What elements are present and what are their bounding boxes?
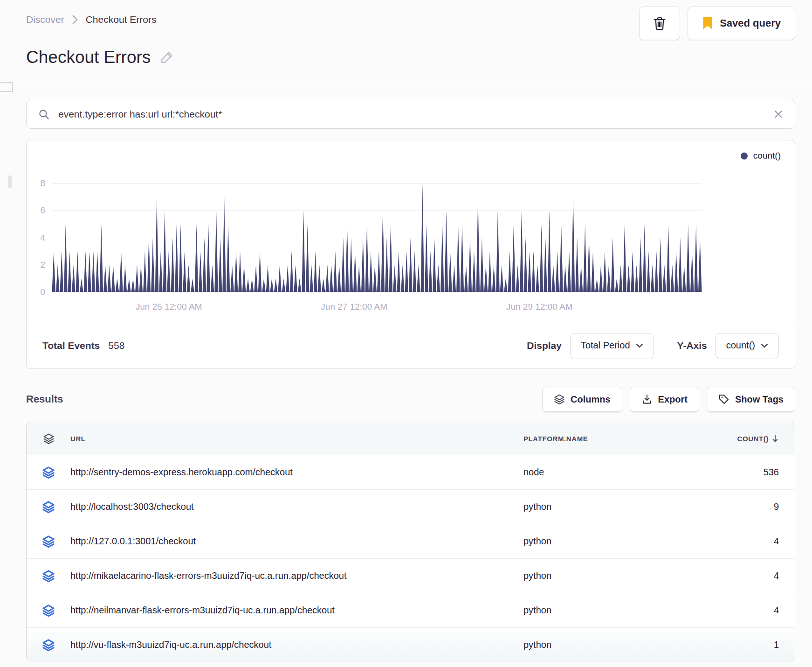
chevron-down-icon xyxy=(636,343,643,348)
table-row[interactable]: http://neilmanvar-flask-errors-m3uuizd7i… xyxy=(27,593,795,628)
x-axis-tick: Jun 25 12:00 AM xyxy=(136,302,202,312)
legend-label: count() xyxy=(753,151,781,161)
layers-icon[interactable] xyxy=(27,535,70,548)
row-url: http://vu-flask-m3uuizd7iq-uc.a.run.app/… xyxy=(70,639,523,650)
y-axis-tick: 0 xyxy=(27,287,45,297)
row-platform: python xyxy=(523,639,679,650)
row-count: 4 xyxy=(679,570,795,581)
header-divider xyxy=(0,87,812,87)
page-title: Checkout Errors xyxy=(26,48,151,67)
row-platform: python xyxy=(523,536,679,547)
chart-panel: count() 8 6 4 2 0 Jun 25 12:00 AM Jun 27… xyxy=(26,140,795,369)
layers-icon[interactable] xyxy=(27,433,70,445)
column-header-count[interactable]: COUNT() xyxy=(679,434,795,443)
export-button[interactable]: Export xyxy=(630,387,699,412)
chart-legend[interactable]: count() xyxy=(741,151,781,161)
table-body: http://sentry-demos-express.herokuapp.co… xyxy=(27,455,795,661)
page-title-row: Checkout Errors xyxy=(26,48,174,67)
y-axis-tick: 8 xyxy=(27,178,45,188)
y-axis-tick: 6 xyxy=(27,205,45,215)
gridline xyxy=(52,292,702,292)
table-row[interactable]: http://mikaelacarino-flask-errors-m3uuiz… xyxy=(27,559,795,593)
layers-icon[interactable] xyxy=(27,466,70,479)
clear-search-icon[interactable] xyxy=(773,109,784,119)
row-url: http://mikaelacarino-flask-errors-m3uuiz… xyxy=(70,570,523,581)
trash-icon xyxy=(652,15,667,31)
layers-icon xyxy=(554,394,565,405)
table-row[interactable]: http://localhost:3003/checkout python 9 xyxy=(27,490,795,524)
row-url: http://127.0.0.1:3001/checkout xyxy=(70,536,523,547)
top-actions: Saved query xyxy=(639,7,795,40)
saved-query-button[interactable]: Saved query xyxy=(688,7,795,40)
delete-query-button[interactable] xyxy=(639,7,680,40)
export-button-label: Export xyxy=(658,394,688,405)
chart-footer: Total Events 558 Display Total Period Y-… xyxy=(27,322,795,368)
search-bar xyxy=(26,100,795,129)
chart-controls: Display Total Period Y-Axis count() xyxy=(527,333,779,358)
row-count: 536 xyxy=(679,467,795,478)
results-actions: Columns Export Show Tags xyxy=(542,387,795,412)
display-period-select[interactable]: Total Period xyxy=(570,333,654,358)
results-heading: Results xyxy=(26,393,63,405)
yaxis-select[interactable]: count() xyxy=(716,333,779,358)
y-axis-tick: 4 xyxy=(27,233,45,243)
table-row[interactable]: http://sentry-demos-express.herokuapp.co… xyxy=(27,455,795,490)
table-row[interactable]: http://vu-flask-m3uuizd7iq-uc.a.run.app/… xyxy=(27,628,795,661)
chart-plot: 8 6 4 2 0 xyxy=(52,183,702,292)
x-axis-tick: Jun 29 12:00 AM xyxy=(506,302,573,312)
display-period-value: Total Period xyxy=(581,340,630,351)
results-table: URL PLATFORM.NAME COUNT() http://sentry-… xyxy=(26,422,795,661)
chevron-right-icon xyxy=(72,14,78,25)
count-area-chart[interactable] xyxy=(52,183,702,292)
row-url: http://localhost:3003/checkout xyxy=(70,501,523,512)
search-icon xyxy=(38,108,50,120)
sort-desc-arrow-icon xyxy=(771,434,779,443)
discover-page: Discover Checkout Errors Saved query xyxy=(0,0,812,667)
layers-icon[interactable] xyxy=(27,500,70,514)
breadcrumb-current: Checkout Errors xyxy=(86,14,157,25)
chart-x-axis: Jun 25 12:00 AM Jun 27 12:00 AM Jun 29 1… xyxy=(52,299,702,313)
total-events-label: Total Events xyxy=(42,340,100,351)
row-count: 9 xyxy=(679,501,795,512)
download-icon xyxy=(641,394,653,405)
row-platform: python xyxy=(523,570,679,581)
yaxis-value: count() xyxy=(726,340,755,351)
columns-button-label: Columns xyxy=(571,394,611,405)
bookmark-icon xyxy=(702,17,713,30)
table-row[interactable]: http://127.0.0.1:3001/checkout python 4 xyxy=(27,524,795,559)
row-url: http://sentry-demos-express.herokuapp.co… xyxy=(70,467,523,478)
y-axis-tick: 2 xyxy=(27,260,45,270)
yaxis-label: Y-Axis xyxy=(677,340,707,351)
x-axis-tick: Jun 27 12:00 AM xyxy=(321,302,387,312)
legend-dot xyxy=(741,153,748,160)
show-tags-button[interactable]: Show Tags xyxy=(707,387,795,412)
row-count: 1 xyxy=(679,639,795,650)
count-header-label: COUNT() xyxy=(737,435,769,443)
column-header-platform[interactable]: PLATFORM.NAME xyxy=(523,435,679,443)
row-count: 4 xyxy=(679,605,795,616)
saved-query-label: Saved query xyxy=(720,17,781,29)
total-events-value: 558 xyxy=(108,340,124,351)
breadcrumb-discover[interactable]: Discover xyxy=(26,14,64,25)
columns-button[interactable]: Columns xyxy=(542,387,622,412)
row-platform: python xyxy=(523,501,679,512)
row-platform: python xyxy=(523,605,679,616)
layers-icon[interactable] xyxy=(27,570,70,583)
breadcrumb: Discover Checkout Errors xyxy=(26,14,156,25)
table-header-row: URL PLATFORM.NAME COUNT() xyxy=(27,422,795,455)
sidebar-drag-handle[interactable] xyxy=(8,175,12,188)
row-platform: node xyxy=(523,467,679,478)
row-count: 4 xyxy=(679,536,795,547)
display-label: Display xyxy=(527,340,562,351)
tag-icon xyxy=(718,394,729,405)
layers-icon[interactable] xyxy=(27,639,70,652)
column-header-url[interactable]: URL xyxy=(70,435,523,443)
search-input[interactable] xyxy=(57,108,766,120)
show-tags-button-label: Show Tags xyxy=(735,394,784,405)
row-url: http://neilmanvar-flask-errors-m3uuizd7i… xyxy=(70,605,523,616)
layers-icon[interactable] xyxy=(27,604,70,617)
edit-pencil-icon[interactable] xyxy=(160,50,174,64)
chevron-down-icon xyxy=(761,343,768,348)
panel-collapse-handle[interactable] xyxy=(0,82,13,92)
